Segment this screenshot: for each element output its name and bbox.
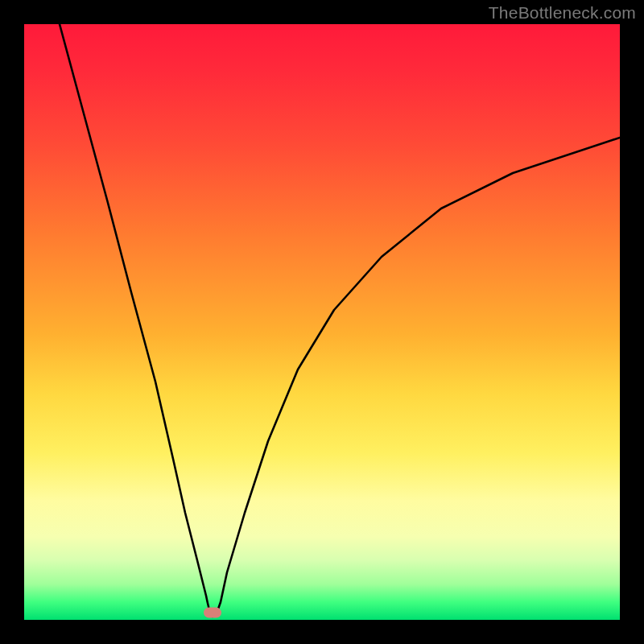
watermark-text: TheBottleneck.com (489, 3, 636, 23)
bottleneck-curve (24, 24, 620, 620)
optimum-marker (204, 608, 221, 618)
curve-path (60, 24, 620, 617)
chart-plot-area (24, 24, 620, 620)
